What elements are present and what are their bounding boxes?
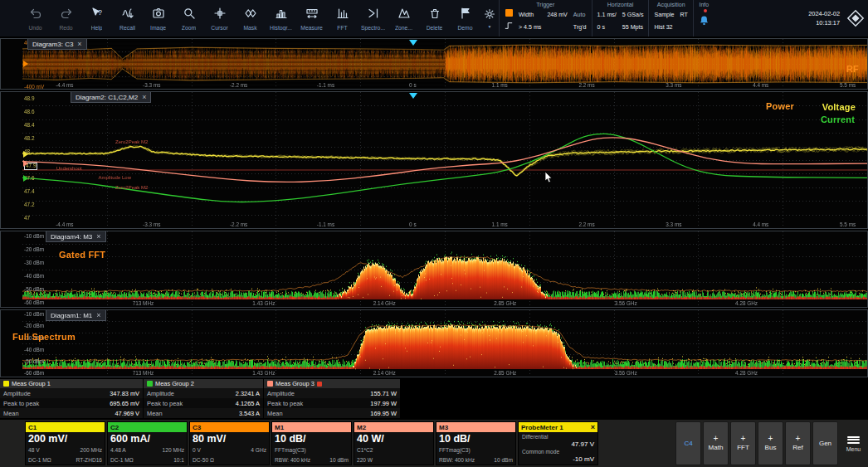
sidebar-button-ref[interactable]: +Ref [785,421,811,465]
c2-offset-marker[interactable] [23,175,28,182]
voltage-label: Voltage [822,102,856,112]
trigger-position-marker[interactable] [409,40,417,46]
meas-label: Peak to peak [3,400,39,407]
toolbar-button-label: Redo [59,25,72,31]
toolbar-button-label: Undo [28,25,41,31]
meas-value: 695.65 mV [110,400,139,407]
channel-box-c2[interactable]: C2600 mA/4.48 A120 MHzDC-1 MΩ10:1 [107,421,188,465]
acquisition-rt: RT [680,12,688,19]
close-icon[interactable]: × [142,93,146,101]
meas-group-1[interactable]: Meas Group 1Amplitude347.83 mVPeak to pe… [0,379,144,418]
full-spectrum-label: Full Spectrum [12,332,76,342]
meas-label: Mean [3,410,19,417]
toolbar-cursor-button[interactable]: Cursor [204,0,235,36]
channel-box-m3[interactable]: M310 dB/FFTmag(C3)RBW: 400 kHz10 dBm [436,421,516,465]
channel-info: 4.48 A [110,447,126,453]
channel-box-c1[interactable]: C1200 mV/48 V200 MHzDC-1 MΩRT-ZHD16 [25,421,105,465]
meas-value: 155.71 W [370,390,397,397]
trigger-type: Width [519,12,541,19]
channel-id: C3 [193,424,201,431]
diagram4-waveform-canvas[interactable] [22,231,867,307]
toolbar-zoom-button[interactable]: Zoom [173,0,204,36]
acquisition-hist: Hist 32 [654,24,674,32]
sidebar-button-fft[interactable]: +FFT [730,421,756,465]
diagram1-waveform-canvas[interactable] [22,310,867,377]
channel-info: 10 dBm [494,457,513,463]
current-label: Current [821,114,855,124]
diagram3-tab[interactable]: Diagram3: C3 × [27,39,87,50]
channel-id: C2 [110,424,119,431]
channel-box-c3[interactable]: C380 mV/0 V4 GHzDC-50 Ω [189,421,270,465]
mouse-cursor [544,171,554,184]
meas-row: Peak to peak695.65 mV [0,398,143,408]
bell-icon[interactable] [699,14,710,29]
toolbar-measure-button[interactable]: Measure [296,0,327,36]
histogram-icon [275,7,288,23]
acquisition-status-block[interactable]: Acquisition Sample Hist 32 RT [648,0,692,36]
c1-offset-marker[interactable] [23,151,28,158]
channel-scale: 10 dB/ [272,432,351,445]
trigger-status-block[interactable]: Trigger Width > 4.5 ms 248 mV Auto Trg'd [499,0,592,36]
close-icon[interactable]: × [96,311,100,319]
diagram4-tab[interactable]: Diagram4: M3 × [46,231,106,242]
trigger-position-marker[interactable] [409,93,417,99]
channel-box-m2[interactable]: M240 W/C1*C2220 W [354,421,434,465]
toolbar-spectrogram-button[interactable]: Spectro... [358,0,388,36]
channel-id: M3 [439,424,448,431]
trigger-title: Trigger [505,2,587,8]
record-length: 55 Mpts [622,24,644,32]
toolbar-redo-button[interactable]: Redo [51,0,81,36]
info-label: Info [699,2,710,8]
toolbar-button-label: Recall [119,25,135,31]
close-icon[interactable]: × [77,40,81,48]
menu-button[interactable]: Menu [840,421,867,465]
toolbar-zone-button[interactable]: Zone... [388,0,419,36]
toolbar-recall-button[interactable]: Recall [112,0,143,36]
diagram1-tab[interactable]: Diagram1: M1 × [46,310,106,321]
toolbar-histogram-button[interactable]: Histogr... [266,0,296,36]
toolbar-demo-button[interactable]: Demo [450,0,480,36]
sidebar-button-c4[interactable]: C4 [675,421,701,465]
toolbar-settings-button[interactable]: ▼ [480,0,499,36]
horizontal-status-block[interactable]: Horizontal 1.1 ms/ 0 s 5 GSa/s 55 Mpts [592,0,649,36]
meas-rows: Amplitude347.83 mVPeak to peak695.65 mVM… [0,388,143,418]
sidebar-button-label: C4 [684,440,692,447]
channel-scale: 40 W/ [354,432,433,445]
toolbar-undo-button[interactable]: Undo [20,0,51,36]
sidebar-button-bus[interactable]: +Bus [758,421,783,465]
trigger-mode: Auto [573,12,587,19]
toolbar-items: UndoRedo?HelpRecallImageZoomCursorMaskHi… [20,0,480,36]
diagram3-waveform-canvas[interactable] [22,39,867,89]
diagram2-waveform-canvas[interactable] [22,92,867,228]
meas-group-header: Meas Group 1 [0,379,143,388]
channel-info: DC-1 MΩ [28,457,51,463]
close-icon[interactable]: × [96,232,100,241]
toolbar-image-button[interactable]: Image [143,0,173,36]
channel-info: 10:1 [173,457,184,463]
diagram2-tab[interactable]: Diagram2: C1,C2,M2 × [71,92,151,103]
channel-box-m1[interactable]: M110 dB/FFTmag(C3)RBW: 400 kHz10 dBm [271,421,352,465]
sidebar-button-math[interactable]: +Math [703,421,729,465]
info-button[interactable]: Info [693,0,714,36]
horizontal-title: Horizontal [597,2,644,8]
probemeter-panel[interactable]: ProbeMeter 1×Differential47.97 VCommon m… [518,421,598,465]
c3-offset-marker[interactable] [23,61,28,67]
meas-group-3[interactable]: Meas Group 3Amplitude155.71 WPeak to pea… [264,379,401,418]
toolbar-mask-button[interactable]: Mask [235,0,266,36]
help-icon: ? [90,7,104,23]
channel-id: M1 [275,424,284,431]
toolbar-fft-button[interactable]: FFT [327,0,358,36]
m2-offset-marker[interactable] [23,160,28,167]
meas-group-name: Meas Group 3 [276,380,315,387]
meas-row: Mean169.95 W [264,408,400,418]
toolbar-help-button[interactable]: ?Help [81,0,112,36]
close-icon[interactable]: × [591,423,595,431]
toolbar-delete-button[interactable]: Delete [419,0,450,36]
channel-boxes: C1200 mV/48 V200 MHzDC-1 MΩRT-ZHD16C2600… [25,421,598,465]
acquisition-title: Acquisition [654,2,687,8]
meas-group-2[interactable]: Meas Group 2Amplitude2.3241 APeak to pea… [144,379,264,418]
channel-header: M2 [354,422,433,432]
channel-info: RBW: 400 kHz [439,457,475,463]
sidebar-button-gen[interactable]: Gen [812,421,838,465]
meas-row: Mean47.969 V [0,408,143,418]
